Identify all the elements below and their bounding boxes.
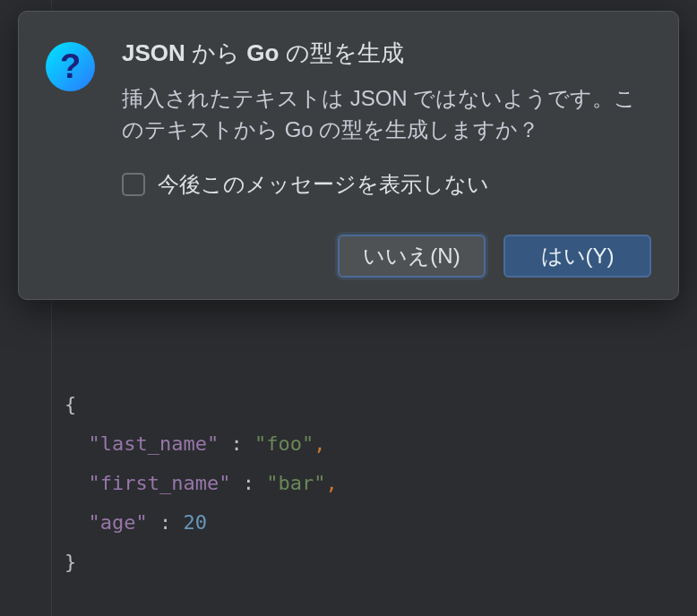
dialog-title: JSON から Go の型を生成: [122, 38, 651, 69]
code-line: "first_name" : "bar",: [65, 464, 697, 503]
question-icon: ?: [46, 42, 95, 91]
code-line: }: [65, 543, 697, 582]
dialog-button-row: いいえ(N) はい(Y): [46, 235, 651, 278]
yes-button[interactable]: はい(Y): [503, 235, 651, 278]
no-button[interactable]: いいえ(N): [338, 235, 486, 278]
code-line: {: [65, 385, 697, 424]
open-brace: {: [65, 393, 76, 415]
close-brace: }: [65, 551, 76, 573]
code-line: "age" : 20: [65, 503, 697, 543]
dialog-message: 挿入されたテキストは JSON ではないようです。このテキストから Go の型を…: [122, 83, 651, 146]
dont-show-again-checkbox[interactable]: [122, 173, 145, 196]
confirmation-dialog: ? JSON から Go の型を生成 挿入されたテキストは JSON ではないよ…: [18, 11, 679, 300]
code-line: "last_name" : "foo",: [65, 424, 697, 464]
dont-show-again-row[interactable]: 今後このメッセージを表示しない: [122, 170, 651, 199]
dont-show-again-label: 今後このメッセージを表示しない: [158, 170, 489, 199]
